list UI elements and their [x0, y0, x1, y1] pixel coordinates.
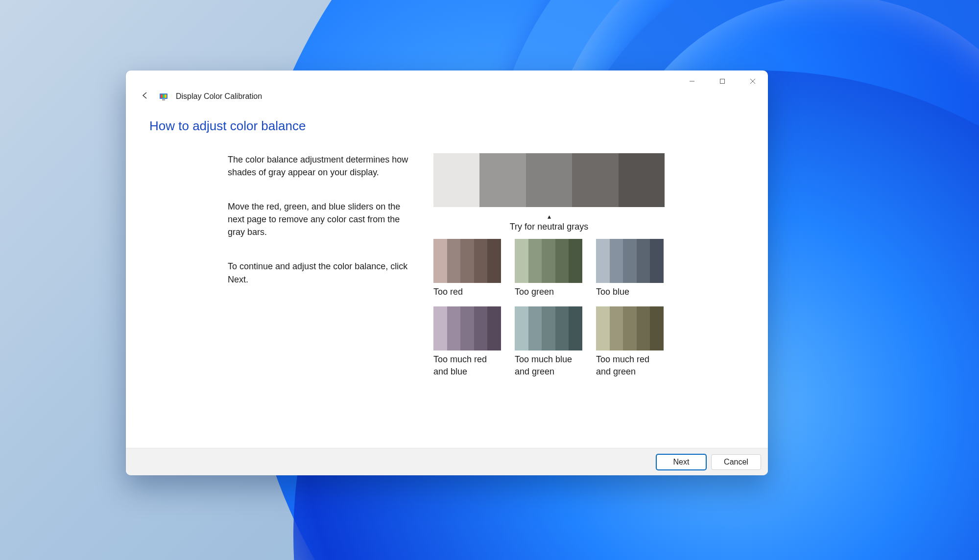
neutral-swatch [572, 153, 618, 207]
sample-swatch [447, 239, 461, 283]
svg-rect-6 [161, 94, 163, 98]
back-arrow-icon[interactable] [139, 89, 151, 104]
sample-swatch [610, 306, 623, 350]
sample-label: Too much blue and green [515, 353, 582, 377]
sample-swatch [650, 306, 664, 350]
sample-swatch [555, 306, 569, 350]
svg-rect-9 [162, 99, 165, 100]
sample-swatch [637, 239, 650, 283]
sample-swatch [528, 239, 542, 283]
next-button[interactable]: Next [656, 454, 706, 470]
sample-label: Too green [515, 286, 582, 298]
sample-swatch [487, 306, 501, 350]
sample-swatch [460, 306, 474, 350]
svg-rect-7 [163, 94, 165, 98]
sample-swatch [555, 239, 569, 283]
sample-swatch [569, 239, 582, 283]
svg-rect-8 [165, 94, 167, 98]
sample-label: Too much red and blue [433, 353, 501, 377]
sample-swatch [487, 239, 501, 283]
sample-swatch [474, 239, 488, 283]
color-cast-sample: Too much red and blue [433, 306, 501, 377]
sample-label: Too red [433, 286, 501, 298]
sample-swatch [542, 239, 555, 283]
sample-strip [596, 306, 664, 350]
neutral-gray-label: Try for neutral grays [433, 222, 665, 232]
sample-swatch [623, 239, 637, 283]
sample-swatch [460, 239, 474, 283]
calibration-window: Display Color Calibration How to adjust … [126, 70, 768, 475]
sample-swatch [528, 306, 542, 350]
sample-swatch [474, 306, 488, 350]
app-title: Display Color Calibration [176, 92, 262, 101]
neutral-swatch [433, 153, 479, 207]
color-cast-sample: Too green [515, 239, 582, 298]
neutral-swatch [479, 153, 525, 207]
sample-swatch [515, 239, 528, 283]
pointer-up-icon: ▴ [548, 215, 551, 218]
color-cast-sample: Too much blue and green [515, 306, 582, 377]
app-icon [159, 92, 168, 101]
sample-label: Too much red and green [596, 353, 664, 377]
color-cast-sample: Too red [433, 239, 501, 298]
sample-swatch [447, 306, 461, 350]
instructions-column: The color balance adjustment determines … [228, 153, 414, 377]
color-cast-samples-grid: Too redToo greenToo blueToo much red and… [433, 239, 744, 377]
content-area: How to adjust color balance The color ba… [126, 105, 768, 448]
sample-strip [515, 239, 582, 283]
sample-strip [433, 239, 501, 283]
header-row: Display Color Calibration [126, 88, 768, 105]
neutral-swatch [526, 153, 572, 207]
sample-swatch [623, 306, 637, 350]
color-cast-sample: Too much red and green [596, 306, 664, 377]
neutral-swatch [619, 153, 665, 207]
sample-swatch [542, 306, 555, 350]
page-title: How to adjust color balance [149, 118, 744, 134]
sample-strip [433, 306, 501, 350]
instruction-text-2: Move the red, green, and blue sliders on… [228, 200, 414, 238]
sample-swatch [596, 306, 610, 350]
neutral-gray-strip [433, 153, 665, 207]
sample-label: Too blue [596, 286, 664, 298]
sample-swatch [610, 239, 623, 283]
cancel-button[interactable]: Cancel [711, 454, 761, 470]
sample-swatch [569, 306, 582, 350]
instruction-text-1: The color balance adjustment determines … [228, 153, 414, 179]
sample-strip [596, 239, 664, 283]
sample-swatch [433, 239, 447, 283]
sample-swatch [433, 306, 447, 350]
sample-swatch [515, 306, 528, 350]
sample-swatch [637, 306, 650, 350]
sample-strip [515, 306, 582, 350]
footer-bar: Next Cancel [126, 448, 768, 475]
svg-rect-1 [720, 79, 725, 84]
sample-swatch [650, 239, 664, 283]
sample-swatch [596, 239, 610, 283]
instruction-text-3: To continue and adjust the color balance… [228, 260, 414, 285]
color-cast-sample: Too blue [596, 239, 664, 298]
samples-column: ▴ Try for neutral grays Too redToo green… [433, 153, 744, 377]
